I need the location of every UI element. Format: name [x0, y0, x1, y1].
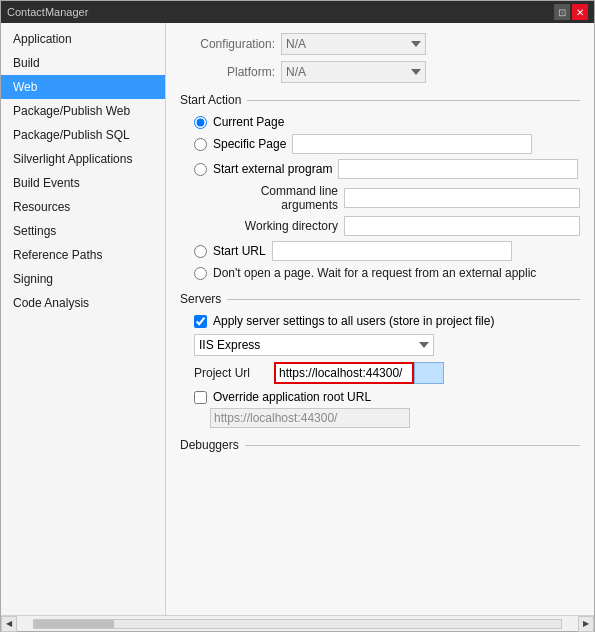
pin-button[interactable]: ⊡ — [554, 4, 570, 20]
configuration-select[interactable]: N/A — [281, 33, 426, 55]
radio-dont-open-row: Don't open a page. Wait for a request fr… — [194, 266, 580, 280]
title-bar-buttons: ⊡ ✕ — [554, 4, 588, 20]
override-checkbox[interactable] — [194, 391, 207, 404]
radio-external-program[interactable] — [194, 163, 207, 176]
main-content: Configuration: N/A Platform: N/A Start A… — [166, 23, 594, 615]
radio-external-program-row: Start external program — [194, 159, 580, 179]
sidebar-item-build-events[interactable]: Build Events — [1, 171, 165, 195]
platform-select[interactable]: N/A — [281, 61, 426, 83]
iis-express-row: IIS Express — [194, 334, 580, 356]
override-url-input[interactable] — [210, 408, 410, 428]
content-area: Application Build Web Package/Publish We… — [1, 23, 594, 615]
radio-specific-page-label: Specific Page — [213, 137, 286, 151]
radio-current-page-row: Current Page — [194, 115, 580, 129]
working-dir-label: Working directory — [208, 219, 338, 233]
sidebar-item-reference-paths[interactable]: Reference Paths — [1, 243, 165, 267]
close-button[interactable]: ✕ — [572, 4, 588, 20]
radio-dont-open-label: Don't open a page. Wait for a request fr… — [213, 266, 536, 280]
sidebar-item-package-publish-sql[interactable]: Package/Publish SQL — [1, 123, 165, 147]
radio-start-url-row: Start URL — [194, 241, 580, 261]
sidebar-item-signing[interactable]: Signing — [1, 267, 165, 291]
apply-server-settings-checkbox[interactable] — [194, 315, 207, 328]
platform-label: Platform: — [180, 65, 275, 79]
sidebar-item-build[interactable]: Build — [1, 51, 165, 75]
project-url-label: Project Url — [194, 366, 274, 380]
platform-row: Platform: N/A — [180, 61, 580, 83]
sidebar-item-web[interactable]: Web — [1, 75, 165, 99]
configuration-label: Configuration: — [180, 37, 275, 51]
servers-divider: Servers — [180, 292, 580, 306]
override-url-row — [210, 408, 580, 428]
sidebar-item-code-analysis[interactable]: Code Analysis — [1, 291, 165, 315]
override-row: Override application root URL — [194, 390, 580, 404]
radio-dont-open[interactable] — [194, 267, 207, 280]
working-dir-row: Working directory — [208, 216, 580, 236]
start-action-divider: Start Action — [180, 93, 580, 107]
radio-current-page-label: Current Page — [213, 115, 284, 129]
override-label: Override application root URL — [213, 390, 371, 404]
configuration-row: Configuration: N/A — [180, 33, 580, 55]
project-url-input[interactable] — [274, 362, 414, 384]
scroll-left-button[interactable]: ◀ — [1, 616, 17, 632]
apply-server-settings-row: Apply server settings to all users (stor… — [194, 314, 580, 328]
start-url-input[interactable] — [272, 241, 512, 261]
scrollbar-thumb[interactable] — [34, 620, 114, 628]
debuggers-divider: Debuggers — [180, 438, 580, 452]
external-program-input[interactable] — [338, 159, 578, 179]
sidebar-item-resources[interactable]: Resources — [1, 195, 165, 219]
main-window: ContactManager ⊡ ✕ Application Build Web… — [0, 0, 595, 632]
sidebar-item-settings[interactable]: Settings — [1, 219, 165, 243]
cmd-args-row: Command line arguments — [208, 184, 580, 212]
title-bar: ContactManager ⊡ ✕ — [1, 1, 594, 23]
specific-page-input[interactable] — [292, 134, 532, 154]
sidebar-item-package-publish-web[interactable]: Package/Publish Web — [1, 99, 165, 123]
scroll-right-button[interactable]: ▶ — [578, 616, 594, 632]
cmd-args-input[interactable] — [344, 188, 580, 208]
scrollbar-track — [33, 619, 562, 629]
radio-specific-page-row: Specific Page — [194, 134, 580, 154]
sidebar-item-silverlight-apps[interactable]: Silverlight Applications — [1, 147, 165, 171]
debuggers-section: Debuggers — [180, 438, 580, 452]
radio-current-page[interactable] — [194, 116, 207, 129]
iis-express-select[interactable]: IIS Express — [194, 334, 434, 356]
radio-start-url[interactable] — [194, 245, 207, 258]
working-dir-input[interactable] — [344, 216, 580, 236]
project-url-extra — [414, 362, 444, 384]
radio-external-program-label: Start external program — [213, 162, 332, 176]
horizontal-scrollbar: ◀ ▶ — [1, 615, 594, 631]
window-title: ContactManager — [7, 6, 554, 18]
cmd-args-label: Command line arguments — [208, 184, 338, 212]
sidebar: Application Build Web Package/Publish We… — [1, 23, 166, 615]
apply-server-settings-label: Apply server settings to all users (stor… — [213, 314, 494, 328]
sidebar-item-application[interactable]: Application — [1, 27, 165, 51]
radio-start-url-label: Start URL — [213, 244, 266, 258]
radio-specific-page[interactable] — [194, 138, 207, 151]
project-url-row: Project Url — [194, 362, 580, 384]
